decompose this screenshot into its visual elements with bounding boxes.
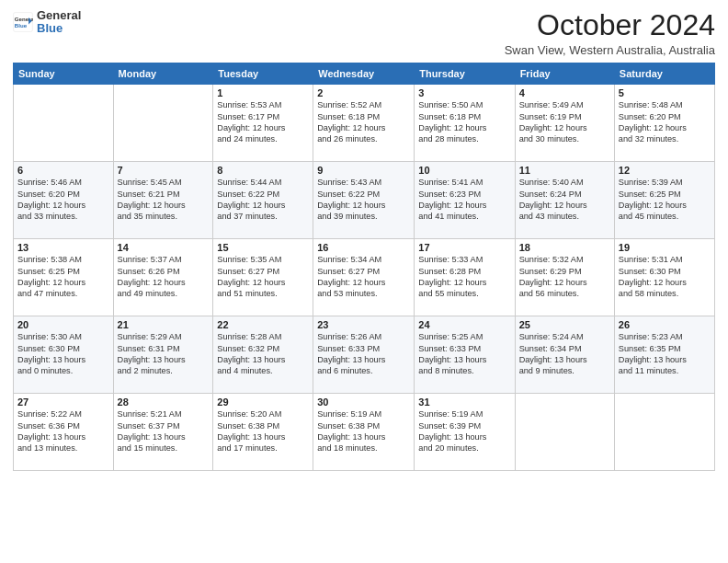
day-number: 27 <box>17 396 109 408</box>
day-number: 18 <box>519 242 610 253</box>
day-number: 11 <box>519 165 610 176</box>
day-number: 28 <box>118 396 210 408</box>
logo-text: General Blue <box>37 9 81 36</box>
calendar-cell: 4Sunrise: 5:49 AM Sunset: 6:19 PM Daylig… <box>515 85 614 162</box>
calendar-body: 1Sunrise: 5:53 AM Sunset: 6:17 PM Daylig… <box>14 85 715 471</box>
day-number: 4 <box>519 87 610 98</box>
calendar-cell: 25Sunrise: 5:24 AM Sunset: 6:34 PM Dayli… <box>515 316 614 394</box>
calendar-cell: 21Sunrise: 5:29 AM Sunset: 6:31 PM Dayli… <box>113 316 213 394</box>
calendar-cell: 3Sunrise: 5:50 AM Sunset: 6:18 PM Daylig… <box>415 85 515 162</box>
day-number: 14 <box>118 242 210 253</box>
day-number: 13 <box>17 242 109 253</box>
calendar-cell <box>614 394 714 471</box>
calendar-cell: 8Sunrise: 5:44 AM Sunset: 6:22 PM Daylig… <box>213 162 313 239</box>
calendar-cell: 11Sunrise: 5:40 AM Sunset: 6:24 PM Dayli… <box>515 162 614 239</box>
day-info: Sunrise: 5:19 AM Sunset: 6:38 PM Dayligh… <box>317 408 410 454</box>
calendar-cell: 30Sunrise: 5:19 AM Sunset: 6:38 PM Dayli… <box>313 394 415 471</box>
day-number: 19 <box>619 242 711 253</box>
logo-general-text: General <box>37 9 81 22</box>
logo: General Blue General Blue <box>13 9 81 36</box>
calendar-cell: 19Sunrise: 5:31 AM Sunset: 6:30 PM Dayli… <box>614 239 714 316</box>
day-number: 12 <box>619 165 711 176</box>
svg-text:Blue: Blue <box>15 22 28 29</box>
calendar-cell: 22Sunrise: 5:28 AM Sunset: 6:32 PM Dayli… <box>213 316 313 394</box>
day-info: Sunrise: 5:30 AM Sunset: 6:30 PM Dayligh… <box>17 331 109 377</box>
day-info: Sunrise: 5:53 AM Sunset: 6:17 PM Dayligh… <box>217 99 309 145</box>
day-info: Sunrise: 5:45 AM Sunset: 6:21 PM Dayligh… <box>118 177 210 223</box>
day-number: 6 <box>17 165 109 176</box>
day-info: Sunrise: 5:52 AM Sunset: 6:18 PM Dayligh… <box>317 99 410 145</box>
day-number: 8 <box>217 165 309 176</box>
day-info: Sunrise: 5:29 AM Sunset: 6:31 PM Dayligh… <box>118 331 210 377</box>
calendar-cell: 18Sunrise: 5:32 AM Sunset: 6:29 PM Dayli… <box>515 239 614 316</box>
calendar-cell <box>14 85 114 162</box>
calendar-week-1: 6Sunrise: 5:46 AM Sunset: 6:20 PM Daylig… <box>14 162 715 239</box>
day-number: 23 <box>317 319 410 330</box>
calendar-cell: 27Sunrise: 5:22 AM Sunset: 6:36 PM Dayli… <box>14 394 114 471</box>
day-number: 10 <box>418 165 510 176</box>
header-row: Sunday Monday Tuesday Wednesday Thursday… <box>14 63 715 85</box>
calendar-cell: 23Sunrise: 5:26 AM Sunset: 6:33 PM Dayli… <box>313 316 415 394</box>
calendar-cell: 15Sunrise: 5:35 AM Sunset: 6:27 PM Dayli… <box>213 239 313 316</box>
calendar-week-3: 20Sunrise: 5:30 AM Sunset: 6:30 PM Dayli… <box>14 316 715 394</box>
calendar-cell: 28Sunrise: 5:21 AM Sunset: 6:37 PM Dayli… <box>113 394 213 471</box>
calendar-cell: 5Sunrise: 5:48 AM Sunset: 6:20 PM Daylig… <box>614 85 714 162</box>
day-number: 20 <box>17 319 109 330</box>
day-info: Sunrise: 5:21 AM Sunset: 6:37 PM Dayligh… <box>118 408 210 454</box>
col-wednesday: Wednesday <box>313 63 415 85</box>
col-tuesday: Tuesday <box>213 63 313 85</box>
day-number: 3 <box>418 87 510 98</box>
day-number: 21 <box>118 319 210 330</box>
calendar-week-4: 27Sunrise: 5:22 AM Sunset: 6:36 PM Dayli… <box>14 394 715 471</box>
calendar-cell <box>515 394 614 471</box>
day-info: Sunrise: 5:43 AM Sunset: 6:22 PM Dayligh… <box>317 177 410 223</box>
day-info: Sunrise: 5:22 AM Sunset: 6:36 PM Dayligh… <box>17 408 109 454</box>
day-number: 17 <box>418 242 510 253</box>
day-number: 2 <box>317 87 410 98</box>
calendar-cell: 17Sunrise: 5:33 AM Sunset: 6:28 PM Dayli… <box>415 239 515 316</box>
day-number: 31 <box>418 396 510 408</box>
calendar-cell: 2Sunrise: 5:52 AM Sunset: 6:18 PM Daylig… <box>313 85 415 162</box>
logo-icon: General Blue <box>13 12 33 32</box>
calendar-cell: 6Sunrise: 5:46 AM Sunset: 6:20 PM Daylig… <box>14 162 114 239</box>
calendar-cell: 20Sunrise: 5:30 AM Sunset: 6:30 PM Dayli… <box>14 316 114 394</box>
day-number: 1 <box>217 87 309 98</box>
col-thursday: Thursday <box>415 63 515 85</box>
calendar-week-2: 13Sunrise: 5:38 AM Sunset: 6:25 PM Dayli… <box>14 239 715 316</box>
header: General Blue General Blue October 2024 S… <box>13 9 715 57</box>
month-title: October 2024 <box>505 9 715 41</box>
logo-blue-text: Blue <box>37 22 81 35</box>
day-info: Sunrise: 5:48 AM Sunset: 6:20 PM Dayligh… <box>619 99 711 145</box>
day-info: Sunrise: 5:46 AM Sunset: 6:20 PM Dayligh… <box>17 177 109 223</box>
calendar-cell: 10Sunrise: 5:41 AM Sunset: 6:23 PM Dayli… <box>415 162 515 239</box>
calendar-cell: 29Sunrise: 5:20 AM Sunset: 6:38 PM Dayli… <box>213 394 313 471</box>
day-number: 5 <box>619 87 711 98</box>
calendar-cell: 9Sunrise: 5:43 AM Sunset: 6:22 PM Daylig… <box>313 162 415 239</box>
day-info: Sunrise: 5:33 AM Sunset: 6:28 PM Dayligh… <box>418 254 510 300</box>
day-info: Sunrise: 5:44 AM Sunset: 6:22 PM Dayligh… <box>217 177 309 223</box>
day-number: 7 <box>118 165 210 176</box>
calendar-cell: 12Sunrise: 5:39 AM Sunset: 6:25 PM Dayli… <box>614 162 714 239</box>
calendar-cell: 16Sunrise: 5:34 AM Sunset: 6:27 PM Dayli… <box>313 239 415 316</box>
day-info: Sunrise: 5:38 AM Sunset: 6:25 PM Dayligh… <box>17 254 109 300</box>
calendar-cell: 31Sunrise: 5:19 AM Sunset: 6:39 PM Dayli… <box>415 394 515 471</box>
day-info: Sunrise: 5:19 AM Sunset: 6:39 PM Dayligh… <box>418 408 510 454</box>
subtitle: Swan View, Western Australia, Australia <box>505 43 715 57</box>
calendar-cell: 14Sunrise: 5:37 AM Sunset: 6:26 PM Dayli… <box>113 239 213 316</box>
day-info: Sunrise: 5:31 AM Sunset: 6:30 PM Dayligh… <box>619 254 711 300</box>
calendar-cell: 26Sunrise: 5:23 AM Sunset: 6:35 PM Dayli… <box>614 316 714 394</box>
calendar-cell: 1Sunrise: 5:53 AM Sunset: 6:17 PM Daylig… <box>213 85 313 162</box>
day-info: Sunrise: 5:20 AM Sunset: 6:38 PM Dayligh… <box>217 408 309 454</box>
day-number: 25 <box>519 319 610 330</box>
day-info: Sunrise: 5:35 AM Sunset: 6:27 PM Dayligh… <box>217 254 309 300</box>
day-info: Sunrise: 5:26 AM Sunset: 6:33 PM Dayligh… <box>317 331 410 377</box>
day-number: 24 <box>418 319 510 330</box>
day-number: 26 <box>619 319 711 330</box>
col-saturday: Saturday <box>614 63 714 85</box>
day-info: Sunrise: 5:39 AM Sunset: 6:25 PM Dayligh… <box>619 177 711 223</box>
calendar-cell <box>113 85 213 162</box>
day-info: Sunrise: 5:37 AM Sunset: 6:26 PM Dayligh… <box>118 254 210 300</box>
calendar-cell: 13Sunrise: 5:38 AM Sunset: 6:25 PM Dayli… <box>14 239 114 316</box>
calendar-header: Sunday Monday Tuesday Wednesday Thursday… <box>14 63 715 85</box>
day-number: 30 <box>317 396 410 408</box>
